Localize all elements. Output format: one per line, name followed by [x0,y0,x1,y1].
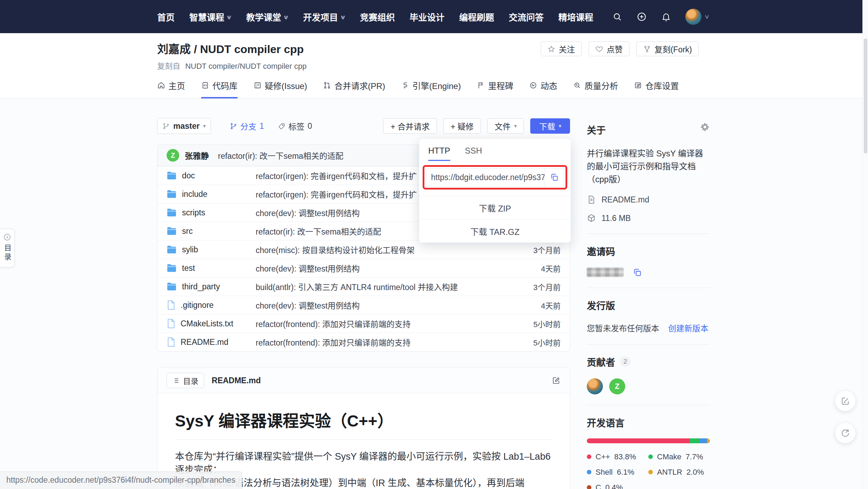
file-commit-message[interactable]: build(antlr): 引入第三方 ANTLR4 runtime/tool … [256,281,515,292]
language-dot [648,470,653,474]
table-row[interactable]: sylib chore(misc): 按目录结构设计初始化工程骨架 3个月前 [158,240,570,259]
fork-button[interactable]: 复刻(Fork) [636,42,699,56]
table-row[interactable]: .gitignore chore(dev): 调整test用例结构 4天前 [158,296,570,314]
about-section: 关于 并行编译课程实验 SysY 编译器的最小可运行示例和指导文档（cpp版） … [587,123,710,234]
contributor-avatar-letter[interactable]: Z [609,378,625,394]
plus-circle-icon[interactable] [636,12,647,22]
file-commit-message[interactable]: chore(misc): 按目录结构设计初始化工程骨架 [256,244,515,255]
copy-url-button[interactable] [545,169,564,186]
file-icon [167,319,176,328]
gear-icon[interactable] [700,122,710,132]
repo-toolbar: master ▾ 分支 1 标签 0 + 合并请求 + 疑修 文件 [157,118,570,134]
file-name: CMakeLists.txt [181,319,233,328]
folder-icon [167,171,177,180]
search-icon[interactable] [612,12,622,22]
user-menu[interactable]: ∨ [685,9,709,25]
branch-icon [230,123,237,130]
download-targz-item[interactable]: 下载 TAR.GZ [419,219,571,243]
clone-url-input[interactable]: https://bdgit.educoder.net/p9s376i4 [426,169,545,186]
tab-milestones[interactable]: 里程碑 [477,79,513,98]
committer-name[interactable]: 张雅静 [185,149,209,161]
nav-item[interactable]: 开发项目 ∨ [303,10,345,23]
chevron-circle-icon [3,233,11,241]
scrollbar-thumb[interactable] [864,38,867,154]
like-button[interactable]: 点赞 [589,42,629,56]
file-menu-button[interactable]: 文件 ▾ [487,118,524,134]
branch-selector[interactable]: master ▾ [157,118,211,134]
tab-activity[interactable]: 动态 [529,79,557,98]
new-issue-button[interactable]: + 疑修 [443,118,481,134]
nav-item[interactable]: 精培课程 ∨ [559,10,593,23]
repo-header: 刘嘉成 / NUDT compiler cpp 复刻自 NUDT compile… [0,33,863,99]
file-commit-message[interactable]: refactor(frontend): 添加对只编译前端的支持 [256,318,515,329]
language-legend-item: Shell 6.1% [587,468,648,477]
branch-icon [162,123,170,130]
contributor-avatar-photo[interactable] [587,378,603,394]
language-bar-segment [707,438,709,443]
language-legend: C++ 83.8% CMake 7.7% Shell 6.1% [587,452,710,489]
file-name: third_party [182,282,220,291]
commit-message[interactable]: refactor(ir): 改一下sema相关的适配 [218,149,343,161]
tab-http[interactable]: HTTP [428,146,450,161]
fork-source-link[interactable]: NUDT compiler/NUDT compiler cpp [185,62,307,71]
tab-label: 引擎(Engine) [413,79,461,91]
tab-quality[interactable]: 质量分析 [573,79,618,98]
nav-item[interactable]: 首页 ∨ [157,10,175,23]
file-commit-message[interactable]: chore(dev): 调整test用例结构 [256,299,515,311]
tab-home[interactable]: 主页 [157,79,185,98]
tab-issues[interactable]: 疑修(Issue) [254,79,307,98]
file-commit-message[interactable]: refactor(frontend): 添加对只编译前端的支持 [256,336,515,348]
toc-button[interactable]: 目录 [167,373,204,388]
download-button[interactable]: 下载 ▾ [530,118,570,134]
tab-label: 主页 [168,79,185,91]
tab-code[interactable]: 代码库 [201,79,238,98]
language-legend-item: CMake 7.7% [648,452,710,461]
table-row[interactable]: README.md refactor(frontend): 添加对只编译前端的支… [158,333,570,351]
table-row[interactable]: CMakeLists.txt refactor(frontend): 添加对只编… [158,314,570,333]
create-release-link[interactable]: 创建新版本 [668,322,708,334]
file-commit-message[interactable]: chore(dev): 调整test用例结构 [256,262,515,274]
tab-pull-requests[interactable]: 合并请求(PR) [323,79,385,98]
committer-avatar[interactable]: Z [167,149,179,162]
tab-settings[interactable]: 仓库设置 [634,79,679,98]
language-bar-segment [699,438,707,443]
engine-icon [401,81,409,89]
avatar[interactable] [685,9,701,25]
nav-item[interactable]: 教学课堂 ∨ [246,10,289,23]
new-issue-label: + 疑修 [451,120,474,132]
language-dot [587,470,591,474]
nav-item[interactable]: 毕业设计 ∨ [410,10,445,23]
folder-icon [167,264,177,273]
table-row[interactable]: test chore(dev): 调整test用例结构 4天前 [158,259,570,277]
repo-size-label: 11.6 MB [601,214,631,223]
nav-item-label: 竞赛组织 [360,10,395,23]
file-name: include [182,190,207,199]
nav-item[interactable]: 交流问答 ∨ [509,10,544,23]
download-zip-item[interactable]: 下载 ZIP [419,196,571,219]
tab-engine[interactable]: 引擎(Engine) [401,79,461,98]
feedback-float-button[interactable] [835,391,855,411]
branches-stat[interactable]: 分支 1 [230,120,264,132]
watch-button[interactable]: 关注 [541,42,582,56]
edit-icon[interactable] [552,376,561,385]
divider [587,234,710,234]
nav-item[interactable]: 竞赛组织 ∨ [360,10,395,23]
copy-icon[interactable] [633,268,642,277]
toc-side-tab[interactable]: 目录 [0,229,15,267]
new-pr-button[interactable]: + 合并请求 [383,118,437,134]
table-row[interactable]: third_party build(antlr): 引入第三方 ANTLR4 r… [158,277,570,296]
fork-icon [643,45,651,53]
readme-link[interactable]: README.md [587,195,710,205]
nav-item[interactable]: 编程刷题 ∨ [459,10,494,23]
tags-stat[interactable]: 标签 0 [278,120,312,132]
nav-item[interactable]: 智慧课程 ∨ [189,10,232,23]
bell-icon[interactable] [661,12,671,22]
repo-description: 并行编译课程实验 SysY 编译器的最小可运行示例和指导文档（cpp版） [587,147,710,186]
tab-ssh[interactable]: SSH [465,146,482,161]
tab-label: 质量分析 [584,79,618,91]
share-float-button[interactable] [835,423,855,443]
toc-label: 目录 [183,375,198,386]
chevron-down-icon: ▾ [514,123,517,129]
download-dropdown: HTTP SSH https://bdgit.educoder.net/p9s3… [419,139,571,243]
scrollbar[interactable] [862,0,868,489]
